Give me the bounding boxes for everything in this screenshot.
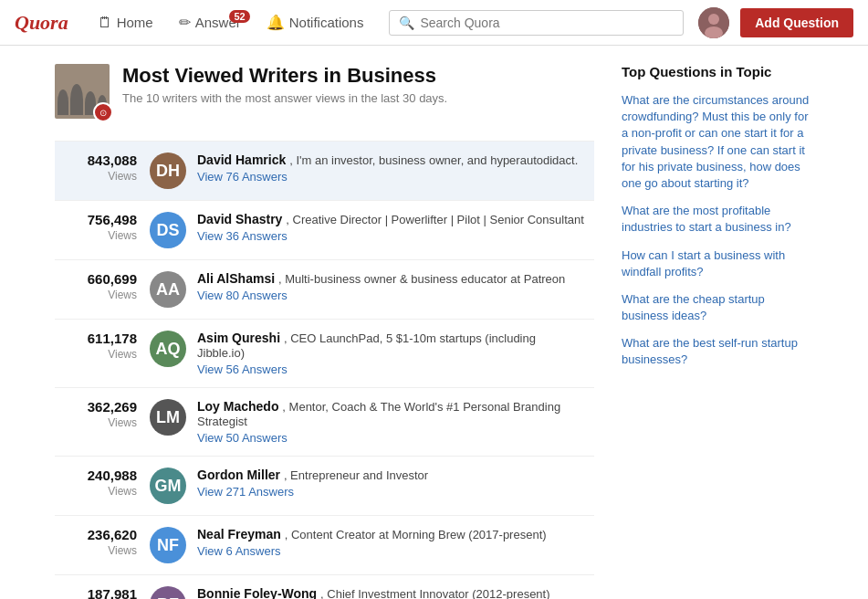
nav-home[interactable]: 🗒 Home [87, 9, 164, 37]
target-icon: ⊙ [93, 102, 113, 122]
writers-list: 843,088 Views DH David Hamrick , I'm an … [55, 141, 594, 599]
writer-name-desc: Asim Qureshi , CEO LaunchPad, 5 $1-10m s… [197, 331, 536, 360]
views-label: Views [108, 170, 137, 183]
writer-name[interactable]: Bonnie Foley-Wong [197, 586, 317, 599]
left-column: ⊙ Most Viewed Writers in Business The 10… [55, 64, 594, 599]
view-answers-link[interactable]: View 50 Answers [197, 431, 585, 445]
writer-name-desc: Gordon Miller , Entrepreneur and Investo… [197, 468, 428, 482]
writer-name-desc: Neal Freyman , Content Creator at Mornin… [197, 527, 547, 541]
view-answers-link[interactable]: View 271 Answers [197, 485, 585, 499]
writer-name-desc: Ali AlShamsi , Multi-business owner & bu… [197, 271, 565, 286]
sidebar-question-link[interactable]: What are the best self-run startup busin… [622, 335, 813, 368]
writer-name[interactable]: David Hamrick [197, 152, 286, 167]
bell-icon: 🔔 [267, 14, 285, 31]
views-count: 660,699 [64, 271, 137, 287]
right-column: Top Questions in Topic What are the circ… [622, 64, 813, 599]
writer-desc: , Chief Investment Innovator (2012-prese… [320, 587, 549, 599]
sidebar-question-link[interactable]: What are the circumstances around crowdf… [622, 92, 813, 192]
writer-desc: , Creative Director | Powerlifter | Pilo… [286, 213, 584, 226]
views-count: 240,988 [64, 468, 137, 483]
writer-avatar: GM [150, 468, 186, 504]
svg-point-1 [708, 14, 719, 25]
writer-avatar: DH [150, 152, 186, 189]
header: Quora 🗒 Home ✏ Answer 52 🔔 Notifications… [0, 0, 868, 46]
sidebar-title: Top Questions in Topic [622, 64, 813, 79]
answer-icon: ✏ [179, 14, 191, 31]
writer-name-desc: David Hamrick , I'm an investor, busines… [197, 152, 578, 167]
writer-avatar: NF [150, 527, 186, 563]
home-icon: 🗒 [98, 15, 112, 31]
writer-name[interactable]: Gordon Miller [197, 468, 280, 482]
writer-info: Bonnie Foley-Wong , Chief Investment Inn… [197, 586, 585, 599]
page-header-image: ⊙ [55, 64, 110, 119]
view-answers-link[interactable]: View 80 Answers [197, 289, 585, 302]
writer-info: Ali AlShamsi , Multi-business owner & bu… [197, 271, 585, 302]
views-count: 362,269 [64, 399, 137, 415]
views-block: 611,178 Views [64, 331, 137, 361]
table-row: 236,620 Views NF Neal Freyman , Content … [55, 515, 594, 574]
table-row: 843,088 Views DH David Hamrick , I'm an … [55, 141, 594, 200]
views-block: 843,088 Views [64, 152, 137, 183]
views-block: 756,498 Views [64, 212, 137, 242]
views-label: Views [108, 289, 137, 301]
writer-avatar: LM [150, 399, 186, 436]
views-label: Views [108, 544, 137, 557]
table-row: 240,988 Views GM Gordon Miller , Entrepr… [55, 456, 594, 515]
nav-notifications[interactable]: 🔔 Notifications [256, 8, 375, 37]
writer-info: David Shastry , Creative Director | Powe… [197, 212, 585, 243]
writer-name[interactable]: Asim Qureshi [197, 331, 280, 345]
nav-answer[interactable]: ✏ Answer 52 [168, 8, 252, 37]
views-block: 240,988 Views [64, 468, 137, 498]
views-block: 236,620 Views [64, 527, 137, 557]
sidebar-question-link[interactable]: How can I start a business with windfall… [622, 247, 813, 280]
quora-logo[interactable]: Quora [15, 11, 68, 35]
page-header: ⊙ Most Viewed Writers in Business The 10… [55, 64, 594, 119]
writer-desc: , Multi-business owner & business educat… [278, 272, 565, 286]
views-label: Views [108, 348, 137, 361]
answer-badge: 52 [229, 10, 249, 23]
views-label: Views [108, 416, 137, 429]
sidebar-question-link[interactable]: What are the cheap startup business idea… [622, 291, 813, 324]
writer-desc: , Content Creator at Morning Brew (2017-… [285, 528, 547, 541]
views-block: 660,699 Views [64, 271, 137, 301]
views-block: 362,269 Views [64, 399, 137, 429]
writer-name[interactable]: Loy Machedo [197, 399, 278, 414]
view-answers-link[interactable]: View 56 Answers [197, 363, 585, 376]
writer-name[interactable]: Neal Freyman [197, 527, 281, 541]
nav-notifications-label: Notifications [289, 15, 364, 30]
views-count: 187,981 [64, 586, 137, 599]
views-label: Views [108, 229, 137, 242]
user-avatar[interactable] [698, 7, 729, 38]
writer-name[interactable]: Ali AlShamsi [197, 271, 275, 286]
header-right: Add Question [698, 7, 853, 38]
writer-info: Asim Qureshi , CEO LaunchPad, 5 $1-10m s… [197, 331, 585, 376]
writer-avatar: AQ [150, 331, 186, 367]
writer-info: Gordon Miller , Entrepreneur and Investo… [197, 468, 585, 499]
page-subtitle: The 10 writers with the most answer view… [122, 91, 447, 105]
writer-name-desc: Loy Machedo , Mentor, Coach & The World'… [197, 399, 560, 428]
writer-name-desc: Bonnie Foley-Wong , Chief Investment Inn… [197, 586, 550, 599]
add-question-button[interactable]: Add Question [740, 8, 853, 37]
table-row: 660,699 Views AA Ali AlShamsi , Multi-bu… [55, 259, 594, 319]
writer-info: Neal Freyman , Content Creator at Mornin… [197, 527, 585, 558]
writer-desc: , Entrepreneur and Investor [284, 468, 428, 482]
sidebar-question-link[interactable]: What are the most profitable industries … [622, 203, 813, 236]
search-input[interactable] [420, 16, 674, 30]
writer-name-desc: David Shastry , Creative Director | Powe… [197, 212, 584, 226]
questions-list: What are the circumstances around crowdf… [622, 92, 813, 369]
view-answers-link[interactable]: View 6 Answers [197, 544, 585, 558]
writer-avatar: BF [150, 586, 186, 599]
view-answers-link[interactable]: View 76 Answers [197, 170, 585, 184]
nav-items: 🗒 Home ✏ Answer 52 🔔 Notifications [87, 8, 375, 37]
search-bar[interactable]: 🔍 [389, 10, 684, 36]
search-icon: 🔍 [399, 16, 414, 30]
views-count: 843,088 [64, 152, 137, 168]
views-block: 187,981 Views [64, 586, 137, 599]
views-count: 236,620 [64, 527, 137, 542]
writer-avatar: DS [150, 212, 186, 248]
views-count: 756,498 [64, 212, 137, 227]
writer-name[interactable]: David Shastry [197, 212, 282, 226]
view-answers-link[interactable]: View 36 Answers [197, 229, 585, 243]
writer-info: Loy Machedo , Mentor, Coach & The World'… [197, 399, 585, 445]
writer-info: David Hamrick , I'm an investor, busines… [197, 152, 585, 184]
